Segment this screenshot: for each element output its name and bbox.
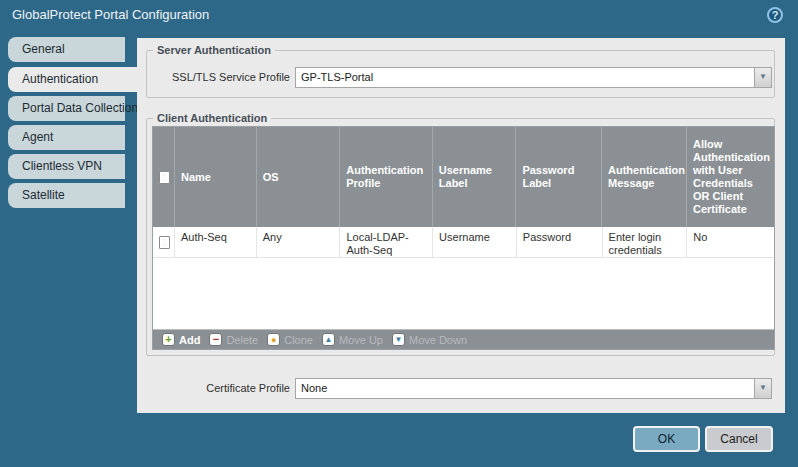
column-header-allow-auth-cert[interactable]: Allow Authentication with User Credentia… bbox=[687, 127, 774, 227]
dialog-title: GlobalProtect Portal Configuration bbox=[12, 0, 209, 30]
cell-password-label: Password bbox=[517, 227, 603, 257]
ok-button[interactable]: OK bbox=[633, 426, 700, 452]
tab-agent[interactable]: Agent bbox=[8, 125, 125, 150]
clone-button-label: Clone bbox=[284, 334, 313, 346]
tab-label: General bbox=[22, 42, 65, 56]
tab-label: Satellite bbox=[22, 188, 65, 202]
plus-icon: + bbox=[162, 333, 175, 346]
authentication-panel: Server Authentication SSL/TLS Service Pr… bbox=[137, 38, 785, 413]
chevron-down-icon: ▼ bbox=[759, 383, 767, 392]
tab-label: Agent bbox=[22, 130, 53, 144]
minus-icon: − bbox=[209, 333, 222, 346]
server-authentication-legend: Server Authentication bbox=[153, 44, 275, 56]
move-down-button-label: Move Down bbox=[409, 334, 467, 346]
table-header-row: Name OS Authentication Profile Username … bbox=[153, 127, 774, 227]
dialog-titlebar: GlobalProtect Portal Configuration ? bbox=[0, 0, 798, 30]
delete-button-label: Delete bbox=[226, 334, 258, 346]
clone-icon: ● bbox=[267, 333, 280, 346]
delete-button: − Delete bbox=[209, 333, 258, 346]
tab-label: Authentication bbox=[22, 72, 98, 86]
arrow-up-icon: ▲ bbox=[322, 333, 335, 346]
cell-authentication-message: Enter login credentials bbox=[603, 227, 688, 257]
dropdown-button[interactable]: ▼ bbox=[754, 379, 771, 398]
client-authentication-table: Name OS Authentication Profile Username … bbox=[152, 126, 775, 350]
select-all-checkbox[interactable] bbox=[159, 171, 170, 184]
help-icon[interactable]: ? bbox=[767, 7, 783, 23]
row-checkbox-cell[interactable] bbox=[153, 227, 175, 257]
certificate-profile-label: Certificate Profile bbox=[137, 382, 290, 394]
tab-label: Clientless VPN bbox=[22, 159, 102, 173]
client-authentication-legend: Client Authentication bbox=[153, 112, 271, 124]
cell-os: Any bbox=[257, 227, 341, 257]
arrow-down-icon: ▼ bbox=[392, 333, 405, 346]
move-up-button-label: Move Up bbox=[339, 334, 383, 346]
ssl-tls-service-profile-value: GP-TLS-Portal bbox=[301, 68, 751, 87]
tab-satellite[interactable]: Satellite bbox=[8, 183, 125, 208]
globalprotect-portal-dialog: GlobalProtect Portal Configuration ? Gen… bbox=[0, 0, 798, 467]
tab-label: Portal Data Collection bbox=[22, 101, 138, 115]
cell-username-label: Username bbox=[433, 227, 517, 257]
tab-authentication[interactable]: Authentication bbox=[8, 67, 141, 92]
ssl-tls-service-profile-select[interactable]: GP-TLS-Portal ▼ bbox=[295, 67, 772, 88]
add-button[interactable]: + Add bbox=[162, 333, 200, 346]
cancel-button[interactable]: Cancel bbox=[705, 426, 773, 452]
move-up-button: ▲ Move Up bbox=[322, 333, 383, 346]
cell-allow-auth-cert: No bbox=[687, 227, 774, 257]
ssl-tls-service-profile-label: SSL/TLS Service Profile bbox=[137, 71, 290, 83]
table-toolbar: + Add − Delete ● Clone ▲ Move Up ▼ Mov bbox=[153, 329, 774, 349]
column-header-authentication-profile[interactable]: Authentication Profile bbox=[340, 127, 433, 227]
certificate-profile-select[interactable]: None ▼ bbox=[295, 378, 772, 399]
add-button-label: Add bbox=[179, 334, 200, 346]
column-header-username-label[interactable]: Username Label bbox=[433, 127, 517, 227]
column-header-name[interactable]: Name bbox=[175, 127, 257, 227]
tab-clientless-vpn[interactable]: Clientless VPN bbox=[8, 154, 125, 179]
row-checkbox[interactable] bbox=[159, 236, 170, 249]
cell-name: Auth-Seq bbox=[175, 227, 257, 257]
chevron-down-icon: ▼ bbox=[759, 72, 767, 81]
tab-general[interactable]: General bbox=[8, 37, 125, 62]
column-header-os[interactable]: OS bbox=[257, 127, 341, 227]
table-row[interactable]: Auth-Seq Any Local-LDAP-Auth-Seq Usernam… bbox=[153, 227, 774, 258]
tab-portal-data-collection[interactable]: Portal Data Collection bbox=[8, 96, 125, 121]
dropdown-button[interactable]: ▼ bbox=[754, 68, 771, 87]
cell-authentication-profile: Local-LDAP-Auth-Seq bbox=[340, 227, 433, 257]
move-down-button: ▼ Move Down bbox=[392, 333, 467, 346]
certificate-profile-value: None bbox=[301, 379, 751, 398]
select-all-checkbox-cell[interactable] bbox=[153, 127, 175, 227]
column-header-password-label[interactable]: Password Label bbox=[516, 127, 602, 227]
column-header-authentication-message[interactable]: Authentication Message bbox=[602, 127, 687, 227]
clone-button: ● Clone bbox=[267, 333, 313, 346]
